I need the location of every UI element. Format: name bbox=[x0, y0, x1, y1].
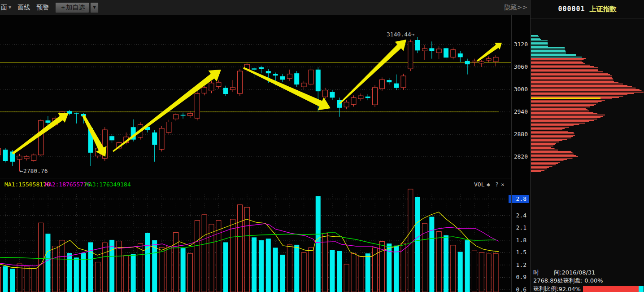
candle bbox=[387, 80, 392, 82]
volume-bar bbox=[479, 252, 484, 292]
volume-bar bbox=[429, 217, 434, 292]
volume-bar bbox=[109, 240, 114, 292]
chip-time-row: 时 间:2016/08/31 bbox=[533, 269, 595, 277]
price-tick: 3060 bbox=[510, 63, 528, 71]
candle bbox=[31, 155, 36, 161]
candle bbox=[74, 113, 79, 114]
volume-bar bbox=[337, 251, 342, 292]
trend-arrow bbox=[113, 70, 221, 152]
volume-bar bbox=[60, 240, 65, 292]
chip-distribution-histogram[interactable] bbox=[531, 0, 644, 292]
symbol-name: 上证指数 bbox=[590, 5, 617, 13]
candle bbox=[280, 76, 285, 80]
volume-bar bbox=[124, 256, 129, 292]
volume-bar bbox=[67, 253, 72, 292]
candle bbox=[24, 156, 29, 159]
volume-bar bbox=[458, 252, 463, 292]
candle bbox=[337, 100, 342, 108]
volume-bar bbox=[436, 232, 441, 292]
price-tick: 3120 bbox=[510, 40, 528, 49]
candle bbox=[273, 74, 278, 75]
candle bbox=[237, 71, 242, 93]
volume-bar bbox=[166, 246, 171, 292]
close-indicator-icon[interactable]: × bbox=[501, 181, 505, 188]
chip-ratio-row: 获利比例:92.04% bbox=[533, 285, 644, 292]
candle bbox=[394, 84, 399, 88]
candle bbox=[479, 62, 484, 63]
candle bbox=[159, 128, 164, 150]
volume-bars-layer bbox=[0, 189, 498, 292]
low-price-annotation: ←2780.76 bbox=[20, 168, 48, 174]
volume-bar bbox=[366, 253, 370, 292]
volume-bar bbox=[187, 253, 192, 292]
volume-bar bbox=[237, 205, 242, 292]
candle bbox=[152, 133, 157, 145]
candle bbox=[451, 50, 456, 58]
volume-bar bbox=[301, 252, 306, 292]
volume-bar bbox=[31, 268, 36, 292]
volume-bar bbox=[486, 254, 491, 292]
volume-bar bbox=[316, 196, 321, 292]
volume-bar bbox=[39, 223, 44, 292]
candle bbox=[259, 67, 264, 69]
volume-bar bbox=[138, 243, 143, 292]
candle bbox=[195, 93, 200, 118]
candle bbox=[444, 48, 448, 58]
indicator-bar: MA1:155058176 MA2:187655776 MA3:17634918… bbox=[0, 179, 511, 191]
candle bbox=[252, 68, 257, 70]
symbol-code: 000001 bbox=[558, 5, 585, 13]
volume-bar bbox=[280, 255, 285, 292]
volume-bar bbox=[330, 250, 335, 292]
candle bbox=[294, 73, 299, 84]
candle bbox=[344, 102, 349, 107]
candle bbox=[316, 70, 321, 91]
candle bbox=[3, 150, 8, 161]
volume-bar bbox=[451, 245, 456, 292]
trend-arrows-layer bbox=[12, 40, 502, 157]
volume-bar bbox=[287, 245, 292, 292]
candle bbox=[422, 49, 427, 51]
chip-profit-row: 2768.89处获利盘: 0.00% bbox=[533, 277, 603, 285]
symbol-header: 000001 上证指数 bbox=[531, 0, 644, 18]
candle bbox=[287, 74, 292, 79]
axis-separator-line bbox=[511, 15, 512, 292]
candle bbox=[0, 148, 1, 155]
candle bbox=[436, 49, 441, 53]
support-level-lines bbox=[0, 62, 511, 112]
candle bbox=[323, 90, 328, 97]
volume-bar bbox=[493, 253, 498, 292]
volume-bar bbox=[358, 257, 363, 292]
price-tick: 2880 bbox=[510, 130, 528, 138]
candle bbox=[429, 48, 434, 51]
candle bbox=[486, 59, 491, 60]
volume-bar bbox=[266, 239, 271, 292]
volume-bar bbox=[394, 246, 399, 292]
chip-distribution-panel: 000001 上证指数 时 间:2016/08/31 2768.89处获利盘: … bbox=[531, 0, 644, 292]
volume-bar bbox=[195, 221, 200, 292]
ma2-value: MA2:187655776 bbox=[45, 181, 91, 188]
high-price-annotation: 3140.44→ bbox=[387, 31, 415, 38]
settings-gear-icon[interactable]: ✱ bbox=[487, 181, 490, 188]
candle bbox=[209, 83, 214, 91]
trading-terminal: 面▼画线预警 ＋加自选 ▼ 隐藏>> 3140.44→ ←2780.76 MA1… bbox=[0, 0, 644, 292]
volume-bar bbox=[95, 262, 100, 292]
candle bbox=[202, 88, 207, 93]
volume-bar bbox=[259, 240, 264, 292]
candle bbox=[458, 53, 463, 57]
volume-bar bbox=[294, 245, 299, 292]
candle bbox=[415, 40, 420, 50]
volume-bar bbox=[444, 235, 448, 292]
candle bbox=[223, 88, 228, 94]
candlestick-volume-chart[interactable] bbox=[0, 0, 512, 292]
candle bbox=[231, 88, 235, 90]
candle bbox=[216, 82, 221, 86]
candle bbox=[330, 92, 335, 98]
help-icon[interactable]: ? bbox=[495, 181, 499, 188]
volume-bar bbox=[88, 242, 93, 292]
candles-layer bbox=[0, 37, 498, 172]
ma1-value: MA1:155058176 bbox=[4, 181, 50, 188]
volume-bar bbox=[131, 254, 136, 292]
profit-ratio-label: 获利比例: bbox=[533, 285, 558, 292]
volume-bar bbox=[24, 266, 29, 292]
volume-bar bbox=[10, 269, 15, 292]
